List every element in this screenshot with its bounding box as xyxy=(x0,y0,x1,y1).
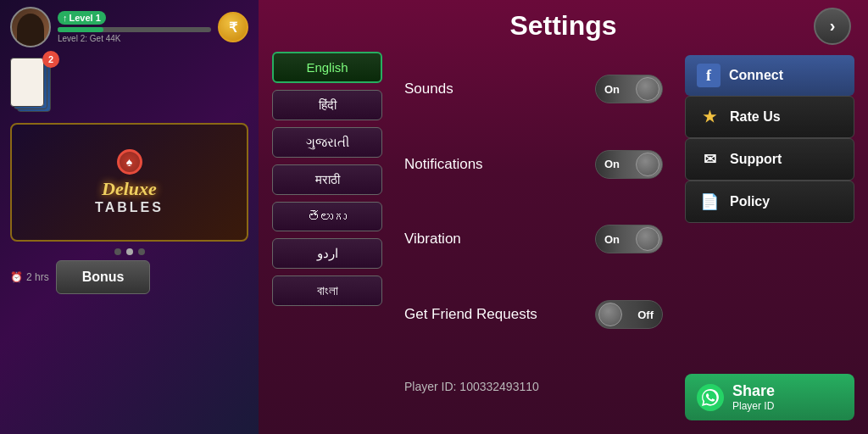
left-panel: ↑ Level 1 Level 2: Get 44K ₹ 2 ♠ Deluxe … xyxy=(0,0,259,434)
notifications-toggle[interactable]: On xyxy=(595,150,663,179)
level-info: ↑ Level 1 Level 2: Get 44K xyxy=(58,11,211,43)
sounds-toggle-label: On xyxy=(604,83,620,96)
lang-telugu[interactable]: తెలుగు xyxy=(272,202,382,231)
friend-requests-row: Get Friend Requests Off xyxy=(404,297,663,332)
bonus-button[interactable]: Bonus xyxy=(56,260,151,294)
friend-requests-toggle[interactable]: Off xyxy=(595,300,663,329)
avatar xyxy=(10,7,51,47)
envelope-icon: ✉ xyxy=(698,147,721,171)
friend-requests-toggle-label: Off xyxy=(637,309,654,321)
sounds-label: Sounds xyxy=(404,81,453,97)
tables-subtitle: TABLES xyxy=(95,200,164,215)
notifications-toggle-knob xyxy=(636,153,659,176)
player-id-row: Player ID: 100332493110 xyxy=(404,372,663,401)
sounds-toggle-knob xyxy=(636,77,659,101)
next-arrow-button[interactable]: › xyxy=(814,8,851,45)
actions-column: f Connect ★ Rate Us ✉ Support 📄 Policy xyxy=(685,52,854,420)
sounds-toggle[interactable]: On xyxy=(595,75,663,103)
rate-us-label: Rate Us xyxy=(730,109,781,125)
vibration-toggle[interactable]: On xyxy=(595,225,663,253)
bonus-time: ⏰ 2 hrs xyxy=(10,271,49,283)
lang-hindi[interactable]: हिंदी xyxy=(272,90,382,120)
actions-wrapper: f Connect ★ Rate Us ✉ Support 📄 Policy xyxy=(685,55,854,420)
notifications-row: Notifications On xyxy=(404,147,663,182)
vibration-toggle-label: On xyxy=(604,233,620,246)
right-panel: Settings › English हिंदी ગુજરાતી मराठी త… xyxy=(259,0,868,434)
cards-area: 2 xyxy=(0,54,259,116)
dot-3[interactable] xyxy=(138,248,145,255)
lang-bengali[interactable]: বাংলা xyxy=(272,275,382,306)
level-badge: ↑ Level 1 xyxy=(58,11,106,25)
rate-us-button[interactable]: ★ Rate Us xyxy=(685,96,854,138)
dot-2[interactable] xyxy=(126,248,133,255)
settings-title: Settings xyxy=(275,10,851,42)
progress-bar xyxy=(58,27,211,32)
policy-button[interactable]: 📄 Policy xyxy=(685,181,854,223)
connect-facebook-button[interactable]: f Connect xyxy=(685,55,854,96)
friend-requests-label: Get Friend Requests xyxy=(404,306,537,323)
dots-row xyxy=(0,248,259,255)
vibration-label: Vibration xyxy=(404,231,461,248)
facebook-icon: f xyxy=(697,64,721,87)
dot-1[interactable] xyxy=(114,248,121,255)
share-player-id-button[interactable]: Share Player ID xyxy=(685,374,854,420)
share-main-label: Share xyxy=(732,382,775,400)
coin-icon: ₹ xyxy=(218,12,248,42)
language-column: English हिंदी ગુજરાતી मराठी తెలుగు اردو … xyxy=(272,52,382,420)
vibration-toggle-knob xyxy=(636,227,659,251)
settings-header: Settings › xyxy=(259,0,868,52)
share-btn-text: Share Player ID xyxy=(732,382,775,412)
notifications-toggle-label: On xyxy=(604,158,620,170)
poker-chip-icon: ♠ xyxy=(117,149,142,175)
card-front xyxy=(10,58,44,107)
doc-icon: 📄 xyxy=(698,190,721,214)
level-hint: Level 2: Get 44K xyxy=(58,34,211,43)
card-stack[interactable]: 2 xyxy=(10,58,53,113)
player-id-text: Player ID: 100332493110 xyxy=(404,380,539,393)
connect-label: Connect xyxy=(729,68,783,83)
lang-gujarati[interactable]: ગુજરાતી xyxy=(272,127,382,158)
controls-column: Sounds On Notifications On Vibration On xyxy=(396,52,671,420)
share-sub-label: Player ID xyxy=(732,400,774,412)
policy-label: Policy xyxy=(730,194,770,209)
star-icon: ★ xyxy=(698,105,721,129)
notifications-label: Notifications xyxy=(404,156,483,173)
whatsapp-icon xyxy=(697,384,724,411)
bonus-area: ⏰ 2 hrs Bonus xyxy=(0,260,259,294)
clock-icon: ⏰ xyxy=(10,271,23,283)
deluxe-banner[interactable]: ♠ Deluxe TABLES xyxy=(10,123,248,242)
vibration-row: Vibration On xyxy=(404,221,663,257)
support-label: Support xyxy=(730,152,782,167)
sounds-row: Sounds On xyxy=(404,71,663,107)
top-bar: ↑ Level 1 Level 2: Get 44K ₹ xyxy=(0,0,259,54)
support-button[interactable]: ✉ Support xyxy=(685,138,854,181)
deluxe-title: Deluxe xyxy=(102,178,157,200)
progress-fill xyxy=(58,27,103,32)
settings-body: English हिंदी ગુજરાતી मराठी తెలుగు اردو … xyxy=(259,52,868,434)
lang-english[interactable]: English xyxy=(272,52,382,83)
friend-requests-toggle-knob xyxy=(598,303,622,326)
lang-urdu[interactable]: اردو xyxy=(272,238,382,269)
lang-marathi[interactable]: मराठी xyxy=(272,164,382,195)
